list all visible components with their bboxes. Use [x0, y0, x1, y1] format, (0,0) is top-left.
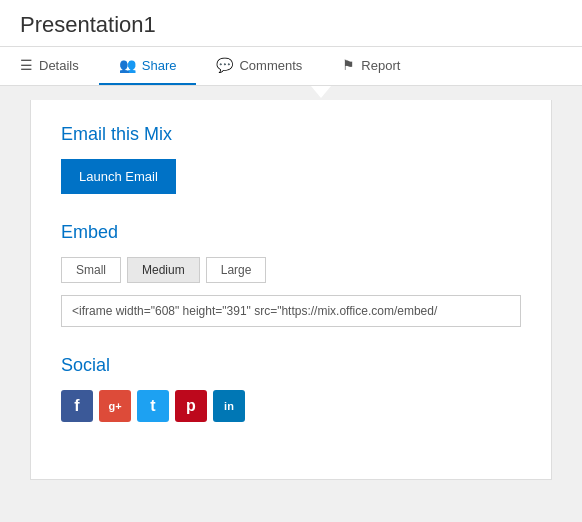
tab-comments[interactable]: 💬 Comments	[196, 47, 322, 85]
tab-arrow-indicator	[0, 86, 582, 100]
comments-icon: 💬	[216, 57, 233, 73]
main-content-panel: Email this Mix Launch Email Embed Small …	[30, 100, 552, 480]
email-section-heading: Email this Mix	[61, 124, 521, 145]
social-icons-container: f g+ t p in	[61, 390, 521, 422]
size-large-button[interactable]: Large	[206, 257, 267, 283]
tab-comments-label: Comments	[239, 58, 302, 73]
tab-details[interactable]: ☰ Details	[0, 47, 99, 85]
title-bar: Presentation1	[0, 0, 582, 47]
launch-email-button[interactable]: Launch Email	[61, 159, 176, 194]
tab-details-label: Details	[39, 58, 79, 73]
twitter-icon[interactable]: t	[137, 390, 169, 422]
share-icon: 👥	[119, 57, 136, 73]
embed-size-buttons: Small Medium Large	[61, 257, 521, 283]
tab-share[interactable]: 👥 Share	[99, 47, 197, 85]
social-section: Social f g+ t p in	[61, 355, 521, 422]
email-section: Email this Mix Launch Email	[61, 124, 521, 194]
size-medium-button[interactable]: Medium	[127, 257, 200, 283]
size-small-button[interactable]: Small	[61, 257, 121, 283]
report-icon: ⚑	[342, 57, 355, 73]
tab-report-label: Report	[361, 58, 400, 73]
facebook-icon[interactable]: f	[61, 390, 93, 422]
tab-report[interactable]: ⚑ Report	[322, 47, 420, 85]
google-plus-icon[interactable]: g+	[99, 390, 131, 422]
nav-tabs: ☰ Details 👥 Share 💬 Comments ⚑ Report	[0, 47, 582, 86]
linkedin-icon[interactable]: in	[213, 390, 245, 422]
embed-code-input[interactable]	[61, 295, 521, 327]
page-title: Presentation1	[20, 12, 562, 46]
tab-share-label: Share	[142, 58, 177, 73]
social-section-heading: Social	[61, 355, 521, 376]
embed-section-heading: Embed	[61, 222, 521, 243]
embed-section: Embed Small Medium Large	[61, 222, 521, 327]
details-icon: ☰	[20, 57, 33, 73]
pinterest-icon[interactable]: p	[175, 390, 207, 422]
